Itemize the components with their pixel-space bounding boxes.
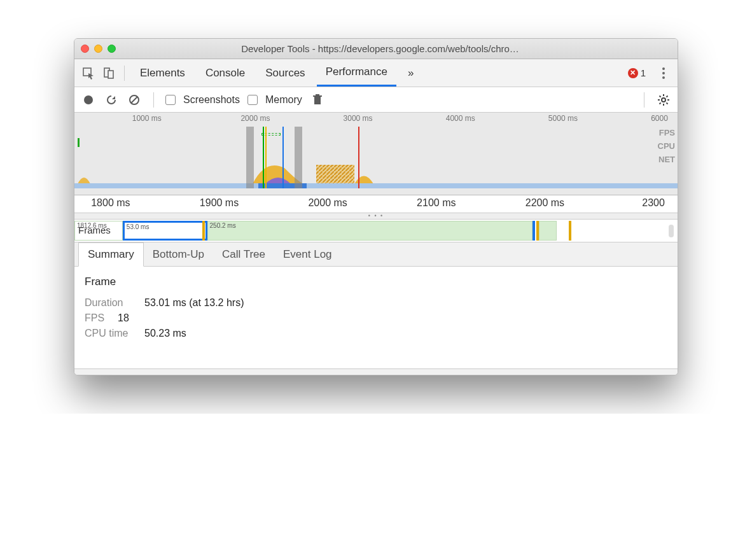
kebab-menu-icon[interactable] — [655, 64, 672, 82]
titlebar: Developer Tools - https://developers.goo… — [74, 39, 678, 59]
detail-ruler[interactable]: 1800 ms 1900 ms 2000 ms 2100 ms 2200 ms … — [74, 195, 678, 213]
overview-tick: 1000 ms — [132, 114, 162, 123]
maximize-window-button[interactable] — [108, 45, 116, 53]
footer-bar — [74, 368, 678, 375]
performance-toolbar: Screenshots Memory — [74, 87, 678, 113]
svg-line-17 — [660, 95, 661, 97]
clear-button[interactable] — [127, 92, 142, 108]
ruler-tick: 1900 ms — [200, 197, 239, 209]
settings-gear-icon[interactable] — [656, 92, 671, 108]
summary-value: 53.01 ms (at 13.2 hrs) — [144, 297, 244, 309]
tab-console[interactable]: Console — [197, 59, 254, 87]
svg-point-12 — [662, 98, 665, 102]
window-title: Developer Tools - https://developers.goo… — [121, 43, 671, 54]
svg-line-8 — [131, 97, 137, 103]
minimize-window-button[interactable] — [94, 45, 102, 53]
overview-tick: 5000 ms — [548, 114, 578, 123]
inspect-element-icon[interactable] — [80, 64, 97, 82]
error-icon: ✕ — [628, 68, 638, 78]
window-controls — [81, 45, 116, 53]
overview-tick: 6000 — [651, 114, 668, 123]
svg-rect-9 — [314, 97, 321, 104]
marker-line-red — [358, 127, 359, 188]
summary-key: Duration — [85, 297, 137, 309]
summary-row-cpu: CPU time 50.23 ms — [85, 328, 667, 339]
device-toolbar-icon[interactable] — [100, 64, 118, 82]
ruler-tick: 1800 ms — [91, 197, 130, 209]
frame-marker — [569, 221, 571, 241]
marker-line-blue — [282, 127, 284, 188]
selection-handle-right[interactable] — [295, 127, 302, 188]
divider — [153, 92, 154, 108]
trash-icon[interactable] — [310, 92, 325, 108]
frame-marker — [533, 221, 535, 241]
summary-value: 50.23 ms — [144, 328, 186, 339]
divider — [124, 66, 125, 81]
overview-canvas — [74, 127, 678, 188]
tab-event-log[interactable]: Event Log — [274, 243, 341, 266]
svg-line-18 — [666, 102, 667, 104]
main-panel-tabs: Elements Console Sources Performance » ✕… — [74, 59, 678, 87]
svg-line-19 — [660, 102, 661, 104]
divider — [644, 92, 644, 108]
scrollbar-thumb[interactable] — [669, 225, 674, 237]
frames-track-label: Frames — [78, 225, 111, 235]
fps-bar — [261, 133, 281, 136]
cpu-chart — [74, 152, 678, 187]
tab-summary[interactable]: Summary — [78, 242, 144, 267]
overview-timeline[interactable]: 1000 ms 2000 ms 3000 ms 4000 ms 5000 ms … — [74, 113, 678, 195]
error-count-badge[interactable]: ✕ 1 — [628, 67, 646, 78]
tab-elements[interactable]: Elements — [131, 59, 194, 87]
frames-track[interactable]: Frames 1812.6 ms 53.0 ms 250.2 ms — [74, 220, 678, 242]
frame-block[interactable]: 250.2 ms — [207, 221, 533, 241]
detail-tabs: Summary Bottom-Up Call Tree Event Log — [74, 242, 678, 267]
error-count: 1 — [641, 67, 646, 78]
tab-overflow[interactable]: » — [399, 59, 422, 87]
svg-rect-10 — [313, 95, 322, 97]
fps-bar — [78, 138, 80, 147]
tab-performance[interactable]: Performance — [317, 59, 396, 87]
memory-checkbox[interactable] — [247, 95, 258, 105]
svg-rect-22 — [316, 165, 354, 184]
devtools-window: Developer Tools - https://developers.goo… — [74, 38, 678, 375]
overview-tick: 4000 ms — [446, 114, 475, 123]
selection-handle-left[interactable] — [246, 127, 254, 188]
overview-tick: 3000 ms — [344, 114, 373, 123]
svg-point-6 — [84, 95, 93, 104]
svg-point-4 — [662, 72, 665, 74]
collapse-handle[interactable]: • • • — [74, 213, 678, 220]
summary-row-duration: Duration 53.01 ms (at 13.2 hrs) — [85, 297, 667, 309]
summary-heading: Frame — [85, 276, 667, 288]
memory-label: Memory — [265, 94, 302, 106]
ruler-tick: 2000 ms — [308, 197, 347, 209]
svg-line-20 — [666, 95, 667, 97]
ruler-tick: 2200 ms — [526, 197, 564, 209]
summary-row-fps: FPS 18 — [85, 312, 667, 324]
svg-rect-11 — [316, 94, 319, 95]
screenshots-label: Screenshots — [183, 94, 240, 106]
summary-key: CPU time — [85, 328, 137, 339]
overview-tick: 2000 ms — [240, 114, 270, 123]
summary-panel: Frame Duration 53.01 ms (at 13.2 hrs) FP… — [74, 267, 678, 368]
ruler-tick: 2100 ms — [417, 197, 456, 209]
summary-key: FPS — [85, 312, 110, 324]
tab-sources[interactable]: Sources — [256, 59, 314, 87]
frame-marker — [202, 221, 205, 241]
marker-line-yellow — [265, 127, 267, 188]
tab-bottom-up[interactable]: Bottom-Up — [144, 243, 213, 266]
svg-point-3 — [662, 67, 665, 70]
svg-point-5 — [662, 76, 665, 79]
ruler-tick: 2300 — [642, 197, 665, 209]
record-button[interactable] — [81, 92, 96, 108]
svg-rect-2 — [108, 71, 113, 78]
frame-block[interactable] — [539, 221, 557, 241]
close-window-button[interactable] — [81, 45, 89, 53]
marker-line-green — [263, 127, 264, 188]
net-lane — [74, 183, 678, 188]
summary-value: 18 — [118, 312, 129, 324]
overview-ticks: 1000 ms 2000 ms 3000 ms 4000 ms 5000 ms … — [74, 113, 678, 127]
screenshots-checkbox[interactable] — [165, 95, 176, 105]
frame-block-selected[interactable]: 53.0 ms — [123, 221, 207, 241]
reload-button[interactable] — [104, 92, 119, 108]
tab-call-tree[interactable]: Call Tree — [213, 243, 274, 266]
